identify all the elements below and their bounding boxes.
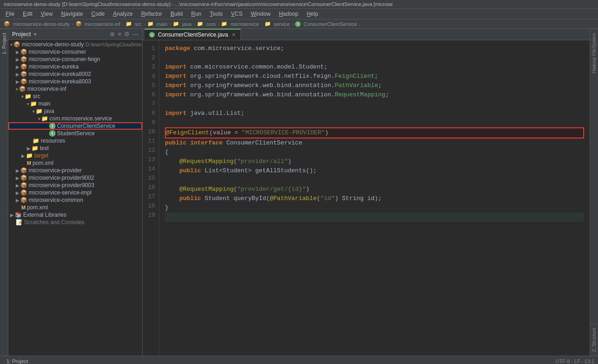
menu-help[interactable]: Help xyxy=(303,10,322,18)
code-line-7 xyxy=(165,100,584,109)
menu-file[interactable]: File xyxy=(2,10,18,18)
breadcrumb-item-class[interactable]: I ConsumerClientService xyxy=(295,21,357,27)
tree-item-ext-libs[interactable]: ▶ 📚 External Libraries xyxy=(8,211,142,219)
tree-label-test: test xyxy=(40,145,49,151)
bottom-tab-project[interactable]: 1: Project xyxy=(4,358,31,364)
breadcrumb-item-service[interactable]: 📁 service xyxy=(264,21,290,27)
tree-item-com[interactable]: ▾ 📁 com.microservice.service xyxy=(8,115,142,122)
tree-label-provider9002: microservice-provider9002 xyxy=(29,175,94,181)
tree-label-common: misroservice-common xyxy=(29,197,83,203)
tab-consumer-client-service[interactable]: I ConsumerClientService.java ✕ xyxy=(145,29,241,40)
tree-label-ss: StudentService xyxy=(57,130,94,137)
breadcrumb-item-src[interactable]: 📁 src xyxy=(126,21,142,27)
code-content[interactable]: package com.microservice.service; import… xyxy=(159,40,590,356)
menu-code[interactable]: Code xyxy=(88,10,108,18)
menu-view[interactable]: View xyxy=(37,10,57,18)
breadcrumb-item-microservice[interactable]: 📁 microservice xyxy=(221,21,259,27)
tree-item-service-impl[interactable]: ▶ 📦 microservice-service-impl xyxy=(8,189,142,196)
tree-item-resources[interactable]: 📁 resources xyxy=(8,137,142,144)
code-line-6: import org.springframework.web.bind.anno… xyxy=(165,90,584,100)
tree-item-student-service[interactable]: I StudentService xyxy=(8,130,142,137)
menu-window[interactable]: Window xyxy=(247,10,274,18)
tree-item-target[interactable]: ▶ 📁 target xyxy=(8,152,142,159)
breadcrumb-item-java[interactable]: 📁 java xyxy=(173,21,191,27)
hadoop-tab[interactable]: Hadoop FileSystem xyxy=(590,29,598,77)
menu-run[interactable]: Run xyxy=(188,10,205,18)
tree-item-consumer[interactable]: ▶ 📦 microservice-consumer xyxy=(8,48,142,56)
folder-icon: 📁 xyxy=(147,21,154,27)
menu-hadoop[interactable]: Hadoop xyxy=(275,10,302,18)
structure-tab[interactable]: Z: Structure xyxy=(590,324,598,356)
breadcrumb-item-com[interactable]: 📁 com xyxy=(197,21,216,27)
code-line-13: @RequestMapping("provider/all") xyxy=(165,157,584,166)
minimize-tool[interactable]: — xyxy=(132,31,138,38)
tree-item-scratches[interactable]: 📝 Scratches and Consoles xyxy=(8,219,142,226)
tree-item-consumer-client-service[interactable]: I ConsumerClientService xyxy=(8,122,142,130)
menu-analyze[interactable]: Analyze xyxy=(109,10,137,18)
menu-navigate[interactable]: Navigate xyxy=(57,10,87,18)
menu-refactor[interactable]: Refactor xyxy=(138,10,166,18)
project-panel-header: Project ▾ ⊕ ≡ ⚙ — xyxy=(8,29,142,40)
interface-icon-ccs: I xyxy=(49,123,56,129)
tree-item-main[interactable]: ▾ 📁 main xyxy=(8,100,142,107)
caret-target: ▶ xyxy=(21,153,25,158)
ms-icon: 📁 xyxy=(221,21,227,27)
collapse-tool[interactable]: ≡ xyxy=(118,31,121,38)
module-icon-eureka8002: 📦 xyxy=(20,71,27,77)
caret-consumer-feign: ▶ xyxy=(16,57,19,62)
code-line-16: @RequestMapping("provider/get/{id}") xyxy=(165,185,584,194)
tree-label-ccs: ConsumerClientService xyxy=(57,123,115,129)
tree-label-provider9003: microservice-provider9003 xyxy=(29,182,94,188)
module-icon-root: 📦 xyxy=(13,41,20,48)
code-line-10: @FeignClient(value = "MICROSERVICE-PROVI… xyxy=(165,127,584,138)
settings-tool[interactable]: ⚙ xyxy=(124,31,130,38)
module-icon-consumer-feign: 📦 xyxy=(20,56,27,63)
interface-icon-breadcrumb: I xyxy=(295,21,301,27)
tree-item-eureka8002[interactable]: ▶ 📦 microservice-eureka8002 xyxy=(8,70,142,78)
xml-icon-inf: M xyxy=(27,160,31,166)
menu-vcs[interactable]: VCS xyxy=(227,10,246,18)
tree-item-pom-inf[interactable]: M pom.xml xyxy=(8,159,142,167)
tree-item-eureka[interactable]: ▶ 📦 microservice-eureka xyxy=(8,63,142,70)
tree-item-test[interactable]: ▶ 📁 test xyxy=(8,144,142,152)
scratches-icon: 📝 xyxy=(16,219,23,226)
ext-libs-icon: 📚 xyxy=(15,212,22,218)
breadcrumb-item-main[interactable]: 📁 main xyxy=(147,21,168,27)
tab-close-icon[interactable]: ✕ xyxy=(232,32,236,38)
menu-bar: File Edit View Navigate Code Analyze Ref… xyxy=(0,9,598,19)
tree-item-root[interactable]: ▾ 📦 microservice-demo-study D:\learn\Spr… xyxy=(8,41,142,48)
tree-item-provider9002[interactable]: ▶ 📦 microservice-provider9002 xyxy=(8,174,142,182)
caret-root: ▾ xyxy=(10,42,13,47)
locate-tool[interactable]: ⊕ xyxy=(110,31,115,38)
menu-edit[interactable]: Edit xyxy=(19,10,36,18)
caret-src: ▾ xyxy=(21,94,24,99)
breadcrumb: 📦 microservice-demo-study › 📦 microservi… xyxy=(0,19,598,29)
tree-item-provider[interactable]: ▶ 📦 microservice-provider xyxy=(8,167,142,174)
pkg-folder-icon: 📁 xyxy=(41,115,48,122)
status-text: UTF-8 · LF · 13:1 xyxy=(555,358,594,364)
tree-label-service-impl: microservice-service-impl xyxy=(29,189,91,196)
tree-item-common[interactable]: ▶ 📦 misroservice-common xyxy=(8,196,142,204)
tree-item-java[interactable]: ▾ 📁 java xyxy=(8,107,142,115)
editor-tabs: I ConsumerClientService.java ✕ xyxy=(143,29,590,40)
menu-build[interactable]: Build xyxy=(167,10,187,18)
menu-tools[interactable]: Tools xyxy=(206,10,227,18)
tab-interface-icon: I xyxy=(149,32,155,38)
resources-folder-icon: 📁 xyxy=(32,138,39,144)
breadcrumb-item-inf[interactable]: 📦 microservice-inf xyxy=(76,21,120,27)
tree-item-src[interactable]: ▾ 📁 src xyxy=(8,93,142,100)
tree-item-consumer-feign[interactable]: ▶ 📦 microservice-consumer-feign xyxy=(8,56,142,63)
tree-item-inf[interactable]: ▾ 📦 microservice-inf xyxy=(8,85,142,93)
tree-item-eureka8003[interactable]: ▶ 📦 microservice-eureka8003 xyxy=(8,78,142,85)
caret-provider9002: ▶ xyxy=(16,176,19,181)
project-tab[interactable]: 1: Project xyxy=(0,29,8,58)
code-line-11: public interface ConsumerClientService xyxy=(165,138,584,148)
tree-item-provider9003[interactable]: ▶ 📦 microservice-provider9003 xyxy=(8,182,142,189)
tree-label-pom-root: pom.xml xyxy=(27,204,48,211)
project-dropdown-icon[interactable]: ▾ xyxy=(34,31,37,38)
tree-item-pom-root[interactable]: M pom.xml xyxy=(8,204,142,211)
tree-label-root: microservice-demo-study D:\learn\SpringC… xyxy=(22,41,142,48)
code-line-4: import org.springframework.cloud.netflix… xyxy=(165,72,584,81)
code-line-18: } xyxy=(165,203,584,213)
breadcrumb-item-root[interactable]: 📦 microservice-demo-study xyxy=(4,21,70,27)
